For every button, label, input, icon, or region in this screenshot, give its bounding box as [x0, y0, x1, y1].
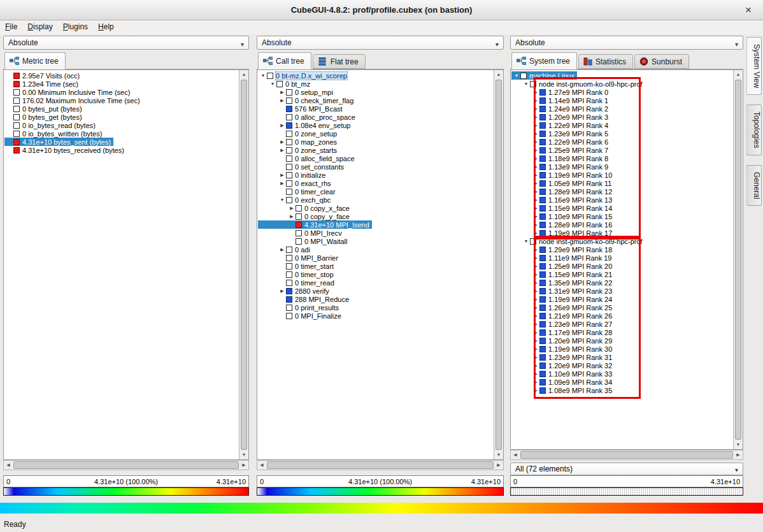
menu-plugins[interactable]: Plugins: [58, 20, 93, 34]
tree-row[interactable]: 0 timer_read: [258, 278, 337, 287]
tree-row[interactable]: 0 bytes_put (bytes): [4, 104, 85, 113]
tree-row[interactable]: 0 io_bytes_written (bytes): [4, 129, 104, 138]
tree-row[interactable]: 0 alloc_field_space: [258, 154, 357, 162]
scrollbar-thumb[interactable]: [13, 461, 239, 469]
tree-row[interactable]: 0 MPI_Irecv: [258, 229, 345, 237]
system-filter-combo[interactable]: All (72 elements) ▾: [510, 463, 743, 475]
collapse-icon[interactable]: ▼: [259, 71, 267, 80]
tree-row[interactable]: ▼0 exch_qbc: [258, 196, 333, 204]
scrollbar-thumb[interactable]: [496, 80, 502, 450]
side-tab-general[interactable]: General: [746, 165, 762, 206]
expand-icon[interactable]: ▶: [278, 179, 286, 187]
tree-row[interactable]: ▶0 map_zones: [258, 138, 339, 146]
system-value-mode-combo[interactable]: Absolute ▾: [510, 36, 743, 50]
collapse-icon[interactable]: ▼: [513, 71, 520, 80]
tree-row[interactable]: 0 io_bytes_read (bytes): [4, 121, 98, 129]
tab-call-tree[interactable]: Call tree: [258, 52, 311, 69]
tree-row[interactable]: 0 MPI_Finalize: [258, 312, 344, 320]
expand-icon[interactable]: ▶: [278, 88, 286, 96]
expand-icon[interactable]: ▶: [278, 287, 286, 295]
scroll-right-icon[interactable]: ▶: [494, 461, 503, 470]
metric-horizontal-scrollbar[interactable]: ◀ ▶: [3, 460, 249, 470]
scroll-down-icon[interactable]: ▼: [239, 450, 248, 459]
tree-row[interactable]: 4.31e+10 MPI_Isend: [258, 220, 372, 229]
call-vertical-scrollbar[interactable]: ▲ ▼: [494, 70, 503, 459]
tree-row[interactable]: 176.02 Maximum Inclusive Time (sec): [4, 96, 143, 104]
tree-row[interactable]: 288 MPI_Reduce: [258, 295, 352, 303]
expand-icon[interactable]: ▶: [278, 171, 286, 179]
system-vertical-scrollbar[interactable]: ▲ ▼: [733, 70, 743, 449]
collapse-icon[interactable]: ▼: [522, 237, 530, 245]
tree-row[interactable]: ▶0 setup_mpi: [258, 88, 336, 96]
scrollbar-thumb[interactable]: [520, 451, 733, 459]
side-tab-system-view[interactable]: System View: [746, 37, 762, 95]
expand-icon[interactable]: ▶: [278, 121, 286, 129]
scroll-left-icon[interactable]: ◀: [511, 450, 520, 459]
tree-row[interactable]: ▶0 exact_rhs: [258, 179, 334, 187]
expand-icon[interactable]: ▶: [278, 146, 286, 154]
scroll-up-icon[interactable]: ▲: [239, 70, 248, 79]
tree-row[interactable]: 0 bytes_get (bytes): [4, 113, 85, 121]
tree-row[interactable]: 0 timer_stop: [258, 270, 336, 278]
tree-row[interactable]: 0.00 Minimum Inclusive Time (sec): [4, 88, 132, 96]
tree-row[interactable]: 2.95e7 Visits (occ): [4, 71, 82, 80]
scroll-down-icon[interactable]: ▼: [734, 440, 743, 449]
tree-row[interactable]: 0 timer_clear: [258, 187, 338, 196]
tree-indent: [258, 274, 278, 275]
expand-icon[interactable]: ▶: [278, 96, 286, 104]
scroll-left-icon[interactable]: ◀: [257, 461, 266, 470]
scroll-right-icon[interactable]: ▶: [734, 450, 743, 459]
collapse-icon[interactable]: ▼: [278, 196, 286, 204]
tree-row[interactable]: 0 print_results: [258, 303, 341, 312]
tree-row[interactable]: 576 MPI_Bcast: [258, 104, 345, 113]
close-icon[interactable]: ×: [741, 3, 755, 17]
side-tab-topologies[interactable]: Topologies: [746, 104, 762, 155]
tree-row[interactable]: 4.31e+10 bytes_received (bytes): [4, 146, 127, 154]
scrollbar-thumb[interactable]: [735, 80, 741, 440]
tab-flat-tree[interactable]: Flat tree: [313, 54, 366, 69]
tab-metric-tree[interactable]: Metric tree: [4, 52, 66, 69]
tree-row[interactable]: ▶0 copy_y_face: [258, 212, 352, 220]
tab-sunburst[interactable]: Sunburst: [634, 54, 689, 69]
menu-file[interactable]: File: [0, 20, 22, 34]
scrollbar-thumb[interactable]: [241, 80, 247, 450]
tree-row[interactable]: 4.31e+10 bytes_sent (bytes): [4, 138, 113, 146]
scroll-up-icon[interactable]: ▲: [494, 70, 503, 79]
metric-vertical-scrollbar[interactable]: ▲ ▼: [239, 70, 248, 459]
tree-row[interactable]: 0 zone_setup: [258, 129, 339, 138]
tree-row[interactable]: ▶0 zone_starts: [258, 146, 339, 154]
tree-row[interactable]: 0 timer_start: [258, 262, 336, 270]
tree-row[interactable]: ▶0 adi: [258, 245, 313, 254]
metric-value-mode-combo[interactable]: Absolute ▾: [3, 36, 249, 50]
tab-system-tree[interactable]: System tree: [511, 52, 577, 69]
scroll-left-icon[interactable]: ◀: [4, 461, 13, 470]
expand-icon[interactable]: ▶: [288, 204, 296, 212]
call-value-mode-combo[interactable]: Absolute ▾: [257, 36, 504, 50]
scrollbar-thumb[interactable]: [267, 461, 494, 469]
tree-row[interactable]: ▶0 copy_x_face: [258, 204, 352, 212]
tree-row[interactable]: 0 set_constants: [258, 162, 346, 171]
collapse-icon[interactable]: ▼: [269, 80, 276, 88]
tree-row[interactable]: ▼0 bt_mz: [258, 80, 313, 88]
tree-row[interactable]: 0 alloc_proc_space: [258, 113, 358, 121]
tab-statistics[interactable]: Statistics: [578, 54, 633, 69]
scroll-right-icon[interactable]: ▶: [239, 461, 248, 470]
system-horizontal-scrollbar[interactable]: ◀ ▶: [510, 450, 743, 460]
tree-row[interactable]: 0 MPI_Waitall: [258, 237, 350, 245]
expand-icon[interactable]: ▶: [278, 138, 286, 146]
menu-help[interactable]: Help: [93, 20, 119, 34]
tree-row[interactable]: 0 MPI_Barrier: [258, 254, 341, 262]
tree-row[interactable]: ▼0 bt-mz.D.x_wi_scorep: [258, 71, 350, 80]
tree-row[interactable]: ▶0 check_timer_flag: [258, 96, 356, 104]
tree-row[interactable]: ▶0 initialize: [258, 171, 328, 179]
tree-row[interactable]: 1.23e4 Time (sec): [4, 80, 81, 88]
call-horizontal-scrollbar[interactable]: ◀ ▶: [257, 460, 504, 470]
menu-display[interactable]: Display: [22, 20, 57, 34]
collapse-icon[interactable]: ▼: [522, 80, 530, 88]
scroll-up-icon[interactable]: ▲: [734, 70, 743, 79]
tree-row[interactable]: ▶1.08e4 env_setup: [258, 121, 353, 129]
expand-icon[interactable]: ▶: [278, 245, 286, 254]
scroll-down-icon[interactable]: ▼: [494, 450, 503, 459]
expand-icon[interactable]: ▶: [288, 212, 296, 220]
tree-row[interactable]: ▶2880 verify: [258, 287, 332, 295]
